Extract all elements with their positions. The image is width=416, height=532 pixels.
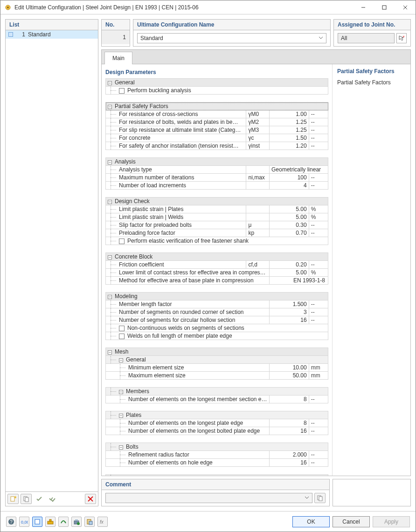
help-button[interactable]: ? xyxy=(6,517,16,527)
copy-item-button[interactable] xyxy=(21,494,32,504)
svg-point-26 xyxy=(77,522,80,525)
side-empty-box xyxy=(333,479,411,506)
table-row: Number of load increments4-- xyxy=(106,182,328,190)
tab-main[interactable]: Main xyxy=(104,52,132,64)
accept-button[interactable] xyxy=(34,494,45,504)
dialog-body: List 1 Standard ✶ No. xyxy=(0,14,416,511)
row-buckling[interactable]: Perform buckling analysis xyxy=(106,87,328,95)
table-row: Number of elements on hole edge16-- xyxy=(106,459,328,467)
table-row: Maximum element size50.00mm xyxy=(106,372,328,380)
no-box: No. 1 xyxy=(101,19,130,47)
name-value: Standard xyxy=(140,35,163,41)
list-body[interactable]: 1 Standard xyxy=(6,30,98,491)
svg-point-1 xyxy=(7,7,9,8)
group-modeling[interactable]: −Modeling xyxy=(106,293,328,300)
delete-item-button[interactable] xyxy=(85,494,96,504)
hint-text: Partial Safety Factors xyxy=(337,79,406,86)
svg-rect-21 xyxy=(48,521,53,524)
group-psf[interactable]: −Partial Safety Factors xyxy=(106,102,328,110)
tab-area: Main Design Parameters −General Perform … xyxy=(101,49,411,476)
cancel-button[interactable]: Cancel xyxy=(333,516,370,527)
chevron-down-icon xyxy=(305,495,309,500)
window-title: Edit Ultimate Configuration | Steel Join… xyxy=(14,4,353,11)
assigned-label: Assigned to Joint No. xyxy=(334,20,410,30)
titlebar: Edit Ultimate Configuration | Steel Join… xyxy=(0,0,416,14)
ok-button[interactable]: OK xyxy=(292,516,330,527)
svg-text:✶: ✶ xyxy=(14,496,16,500)
list-item[interactable]: 1 Standard xyxy=(6,30,98,39)
dialog-window: Edit Ultimate Configuration | Steel Join… xyxy=(0,0,416,532)
chevron-down-icon xyxy=(319,35,323,40)
accept-all-button[interactable] xyxy=(47,494,58,504)
group-design[interactable]: −Design Check xyxy=(106,198,328,205)
table-row: Limit plastic strain | Welds5.00% xyxy=(106,213,328,221)
svg-rect-25 xyxy=(75,519,78,521)
view1-button[interactable] xyxy=(32,517,42,527)
no-label: No. xyxy=(102,20,130,30)
row-elastic-check[interactable]: Perform elastic verification of free fas… xyxy=(106,237,328,245)
table-row: For resistance of bolts, welds and plate… xyxy=(106,118,328,126)
group-analysis[interactable]: −Analysis xyxy=(106,158,328,166)
hint-title: Partial Safety Factors xyxy=(337,68,406,75)
svg-rect-16 xyxy=(319,497,322,501)
list-toolbar: ✶ xyxy=(6,491,98,506)
table-row: Analysis typeGeometrically linear xyxy=(106,166,328,174)
row-noncontinuous[interactable]: Non-continuous welds on segments of sect… xyxy=(106,324,328,332)
tab-strip: Main xyxy=(102,50,410,64)
footer: ? 0,00 fx OK Cancel Apply xyxy=(0,511,416,532)
parameters-grid[interactable]: −General Perform buckling analysis −Part… xyxy=(105,78,328,476)
name-select[interactable]: Standard xyxy=(137,33,326,43)
close-button[interactable] xyxy=(395,0,416,14)
name-label: Ultimate Configuration Name xyxy=(133,20,330,30)
svg-rect-28 xyxy=(89,521,92,525)
table-row: Minimum element size10.00mm xyxy=(106,364,328,372)
checkbox[interactable] xyxy=(119,239,125,244)
assigned-input[interactable]: All xyxy=(338,33,395,43)
minimize-button[interactable] xyxy=(353,0,374,14)
group-mesh[interactable]: −Mesh xyxy=(106,348,328,356)
action2-button[interactable] xyxy=(71,517,82,527)
svg-rect-9 xyxy=(25,498,28,502)
table-row: Lower limit of contact stress for effect… xyxy=(106,269,328,277)
no-value: 1 xyxy=(102,30,130,44)
action4-button[interactable]: fx xyxy=(97,517,108,527)
subgroup-mesh-members[interactable]: −Members xyxy=(106,388,328,396)
action3-button[interactable] xyxy=(84,517,95,527)
action1-button[interactable] xyxy=(58,517,69,527)
table-row: Slip factor for preloaded boltsμ0.30-- xyxy=(106,221,328,229)
comment-select[interactable] xyxy=(105,493,312,503)
new-item-button[interactable]: ✶ xyxy=(7,494,19,504)
comment-library-button[interactable] xyxy=(314,493,326,503)
hint-column: Partial Safety Factors Partial Safety Fa… xyxy=(332,64,410,476)
svg-rect-22 xyxy=(49,519,51,521)
units-button[interactable]: 0,00 xyxy=(19,517,29,527)
table-row: Preloading force factorkp0.70-- xyxy=(106,229,328,237)
row-welds-full[interactable]: Welds on full length of member plate edg… xyxy=(106,332,328,340)
parameters-column: Design Parameters −General Perform buckl… xyxy=(102,64,332,476)
checkbox[interactable] xyxy=(119,326,125,331)
tab-content: Design Parameters −General Perform buckl… xyxy=(102,64,410,476)
checkbox[interactable] xyxy=(119,334,125,339)
apply-button: Apply xyxy=(373,516,410,527)
table-row: Friction coefficientcf,d0.20-- xyxy=(106,261,328,269)
svg-marker-12 xyxy=(399,36,403,41)
subgroup-mesh-bolts[interactable]: −Bolts xyxy=(106,443,328,451)
checkbox[interactable] xyxy=(119,88,125,94)
view2-button[interactable] xyxy=(45,517,55,527)
list-header: List xyxy=(6,20,98,30)
subgroup-mesh-general[interactable]: −General xyxy=(106,356,328,364)
maximize-button[interactable] xyxy=(374,0,395,14)
svg-rect-20 xyxy=(35,519,40,524)
table-row: Maximum number of iterationsni,max100-- xyxy=(106,174,328,182)
group-general[interactable]: −General xyxy=(106,79,328,87)
subgroup-mesh-welds[interactable]: −Welds xyxy=(106,475,328,476)
subgroup-mesh-plates[interactable]: −Plates xyxy=(106,411,328,419)
table-row: Refinement radius factor2.000-- xyxy=(106,451,328,459)
svg-text:fx: fx xyxy=(100,519,104,525)
table-row: For resistance of cross-sectionsγM01.00-… xyxy=(106,110,328,118)
app-icon xyxy=(4,4,12,11)
group-concrete[interactable]: −Concrete Block xyxy=(106,253,328,261)
pick-joint-button[interactable] xyxy=(396,33,407,43)
svg-text:?: ? xyxy=(10,519,13,525)
table-row: Number of elements on the longest member… xyxy=(106,396,328,403)
